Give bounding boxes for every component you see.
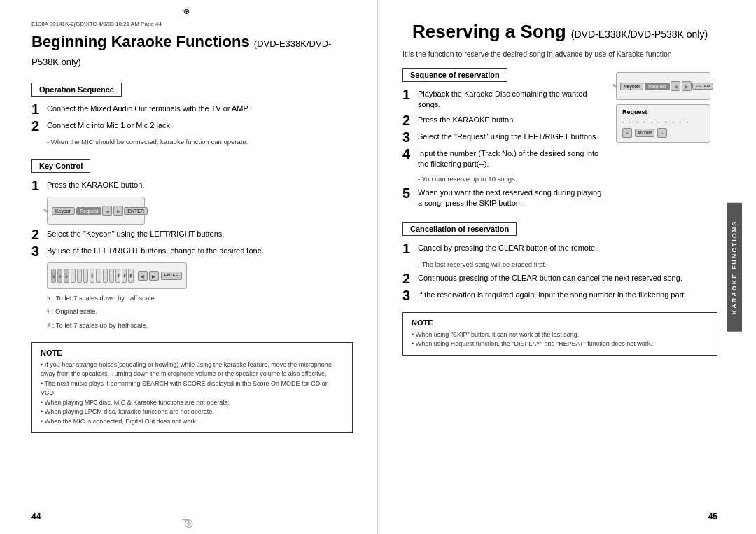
crosshair-top: ⊕ <box>183 7 195 18</box>
side-tab: KARAOKE FUNCTIONS <box>727 202 742 332</box>
res-step-4-sub: - You can reserve up to 10 songs. <box>418 174 605 183</box>
crosshair-bottom-left: ⊕ <box>183 516 195 527</box>
kc-step-1: 1 Press the KARAOKE button. <box>31 180 353 192</box>
left-note-item-2: • When playing MP3 disc, MIC & Karaoke f… <box>41 398 344 408</box>
left-note-item-0: • If you hear strange noises(squealing o… <box>41 360 344 379</box>
left-main-title: Beginning Karaoke Functions (DVD-E338K/D… <box>31 33 353 70</box>
can-step-1-sub: - The last reserved song will be erased … <box>418 260 718 269</box>
reservation-images-col: ✎ Keycon Request ◀ ▶ ENTER Request - - -… <box>616 68 718 213</box>
kc-sub-2: ♮ : Original scale. <box>47 307 353 316</box>
left-note-title: NOTE <box>41 349 344 357</box>
reservation-section-wrapper: Sequence of reservation 1 Playback the K… <box>402 68 718 213</box>
key-tone-display: ♭ ♭ ♭ ♮ ♯ ♯ ♯ ◀ ▶ ENTER <box>47 262 187 289</box>
op-step-2: 2 Connect Mic into Mic 1 or Mic 2 jack. <box>31 120 353 133</box>
page-container: ⊕ E138A 00141K-2(GB)XTC 4/9/03 10:21 AM … <box>0 0 756 534</box>
left-note-item-3: • When playing LPCM disc, karaoke functi… <box>41 407 344 417</box>
left-note-item-4: • When the MIC is connected, Digital Out… <box>41 417 344 427</box>
can-step-1: 1 Cancel by pressing the CLEAR button of… <box>402 243 718 255</box>
op-step-1: 1 Connect the Mixed Audio Out terminals … <box>31 104 353 116</box>
left-note-item-1: • The next music plays if performing SEA… <box>41 379 344 398</box>
right-intro: It is the function to reserve the desire… <box>402 50 718 58</box>
res-step-1: 1 Playback the Karaoke Disc containing t… <box>402 89 605 111</box>
right-page: Reserving a Song (DVD-E338K/DVD-P538K on… <box>378 0 742 534</box>
operation-sequence-label: Operation Sequence <box>31 83 122 97</box>
right-note-item-0: • When using "SKIP" button, it can not w… <box>412 330 708 340</box>
left-page: ⊕ E138A 00141K-2(GB)XTC 4/9/03 10:21 AM … <box>0 0 378 534</box>
operation-sequence-section: Operation Sequence 1 Connect the Mixed A… <box>31 83 353 146</box>
right-note-title: NOTE <box>412 318 708 327</box>
reservation-steps-col: Sequence of reservation 1 Playback the K… <box>402 68 605 213</box>
sequence-reservation-label: Sequence of reservation <box>402 68 507 82</box>
res-step-4: 4 Input the number (Track No.) of the de… <box>402 148 605 170</box>
request-display: Request - - - - - - - - - - + ENTER - <box>616 104 710 143</box>
right-note-box: NOTE • When using "SKIP" button, it can … <box>402 312 718 356</box>
kc-step-2: 2 Select the "Keycon" using the LEFT/RIG… <box>31 229 353 241</box>
kc-step-3: 3 By use of the LEFT/RIGHT buttons, chan… <box>31 246 353 258</box>
res-step-2: 2 Press the KARAOKE button. <box>402 115 605 127</box>
op-step-2-sub: - When the MIC should be connected, kara… <box>47 137 353 146</box>
right-note-item-1: • When using Request function, the "DISP… <box>412 339 708 349</box>
key-control-label: Key Control <box>31 159 90 173</box>
kc-sub-1: ♭ : To let 7 scales down by half scale. <box>47 293 353 302</box>
cancellation-label: Cancellation of reservation <box>402 222 517 236</box>
page-header-meta: E138A 00141K-2(GB)XTC 4/9/03 10:21 AM Pa… <box>31 21 353 27</box>
remote-display-right-1: ✎ Keycon Request ◀ ▶ ENTER <box>616 72 710 100</box>
kc-sub-3: ♯ : To let 7 scales up by half scale. <box>47 321 353 330</box>
cancellation-section: Cancellation of reservation 1 Cancel by … <box>402 222 718 302</box>
remote-display-1: ✎ Keycon Request ◀ ▶ ENTER <box>47 197 145 225</box>
right-main-title: Reserving a Song (DVD-E338K/DVD-P538K on… <box>402 21 718 43</box>
can-step-2: 2 Continuous pressing of the CLEAR butto… <box>402 273 718 286</box>
left-page-num: 44 <box>31 512 41 521</box>
res-step-3: 3 Select the "Request" using the LEFT/RI… <box>402 132 605 144</box>
left-note-box: NOTE • If you hear strange noises(squeal… <box>31 342 353 433</box>
can-step-3: 3 If the reservation is required again, … <box>402 290 718 302</box>
key-control-section: Key Control 1 Press the KARAOKE button. … <box>31 159 353 330</box>
right-page-num: 45 <box>708 512 718 521</box>
res-step-5: 5 When you want the next reserved song d… <box>402 188 605 209</box>
side-tab-text: KARAOKE FUNCTIONS <box>731 220 738 314</box>
